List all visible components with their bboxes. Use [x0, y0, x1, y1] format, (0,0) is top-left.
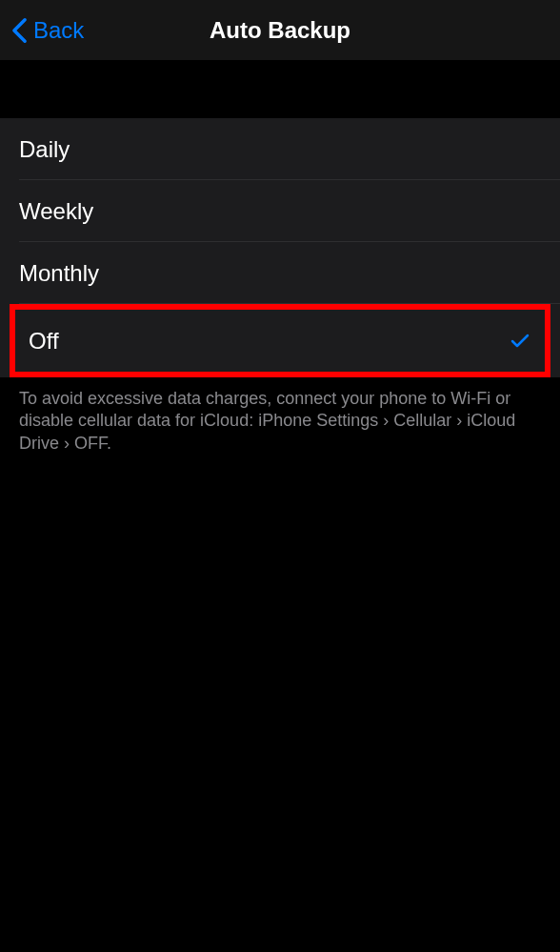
option-daily[interactable]: Daily: [0, 118, 560, 180]
checkmark-icon: [509, 330, 531, 353]
option-label: Monthly: [19, 260, 99, 287]
chevron-left-icon: [11, 17, 28, 44]
option-label: Off: [29, 328, 59, 354]
navigation-bar: Back Auto Backup: [0, 0, 560, 60]
spacer: [0, 60, 560, 118]
options-list: Daily Weekly Monthly Off: [0, 118, 560, 377]
page-title: Auto Backup: [210, 17, 350, 44]
option-monthly[interactable]: Monthly: [0, 242, 560, 304]
option-off[interactable]: Off: [10, 304, 550, 377]
back-button[interactable]: Back: [0, 17, 84, 44]
option-label: Weekly: [19, 198, 93, 225]
footer-help-text: To avoid excessive data charges, connect…: [0, 376, 560, 466]
option-label: Daily: [19, 136, 70, 163]
back-label: Back: [33, 17, 84, 44]
option-weekly[interactable]: Weekly: [0, 180, 560, 242]
